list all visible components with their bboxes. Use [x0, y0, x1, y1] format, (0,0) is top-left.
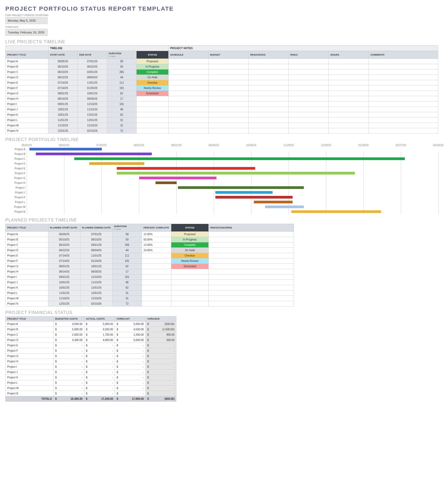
cell-risks[interactable]: [208, 237, 294, 242]
cell-comments[interactable]: [369, 102, 438, 107]
cell-risks[interactable]: [208, 264, 294, 269]
cell-budget[interactable]: [208, 102, 249, 107]
cell-comments[interactable]: [369, 64, 438, 69]
cell-comments[interactable]: [369, 107, 438, 112]
cell-risks[interactable]: [289, 107, 329, 112]
cell-issues[interactable]: [329, 91, 369, 96]
cell-budget[interactable]: [208, 69, 249, 75]
cell-schedule[interactable]: [168, 102, 208, 107]
cell-schedule[interactable]: [168, 107, 208, 112]
cell-risks[interactable]: [289, 86, 329, 91]
cell-schedule[interactable]: [168, 96, 208, 102]
cell-budget[interactable]: [208, 112, 249, 118]
cell-resources[interactable]: [249, 86, 289, 91]
cell-risks[interactable]: [289, 123, 329, 128]
cell-budget[interactable]: [208, 107, 249, 112]
cell-resources[interactable]: [249, 80, 289, 86]
cell-risks[interactable]: [289, 96, 329, 102]
cell-comments[interactable]: [369, 75, 438, 80]
cell-schedule[interactable]: [168, 59, 208, 64]
cell-schedule[interactable]: [168, 123, 208, 128]
cell-resources[interactable]: [249, 123, 289, 128]
cell-resources[interactable]: [249, 75, 289, 80]
cell-schedule[interactable]: [168, 86, 208, 91]
cell-budget[interactable]: [208, 128, 249, 134]
cell-comments[interactable]: [369, 128, 438, 134]
cell-budget[interactable]: [208, 80, 249, 86]
cell-budget[interactable]: [208, 59, 249, 64]
cell-schedule[interactable]: [168, 80, 208, 86]
cell-resources[interactable]: [249, 91, 289, 96]
cell-resources[interactable]: [249, 96, 289, 102]
cell-risks[interactable]: [289, 59, 329, 64]
cell-comments[interactable]: [369, 80, 438, 86]
cell-risks[interactable]: [208, 232, 294, 237]
cell-risks[interactable]: [289, 64, 329, 69]
cell-risks[interactable]: [208, 258, 294, 264]
cell-issues[interactable]: [329, 112, 369, 118]
cell-risks[interactable]: [289, 118, 329, 123]
cell-risks[interactable]: [208, 290, 294, 296]
cell-risks[interactable]: [208, 280, 294, 285]
cell-issues[interactable]: [329, 86, 369, 91]
cell-risks[interactable]: [208, 242, 294, 248]
cell-issues[interactable]: [329, 96, 369, 102]
cell-issues[interactable]: [329, 64, 369, 69]
cell-schedule[interactable]: [168, 91, 208, 96]
cell-budget[interactable]: [208, 123, 249, 128]
cell-schedule[interactable]: [168, 69, 208, 75]
cell-comments[interactable]: [369, 96, 438, 102]
cell-issues[interactable]: [329, 102, 369, 107]
cell-risks[interactable]: [289, 69, 329, 75]
cell-issues[interactable]: [329, 123, 369, 128]
cell-resources[interactable]: [249, 64, 289, 69]
cell-risks[interactable]: [208, 296, 294, 301]
cell-risks[interactable]: [289, 80, 329, 86]
cell-risks[interactable]: [289, 91, 329, 96]
cell-risks[interactable]: [208, 253, 294, 258]
cell-risks[interactable]: [289, 128, 329, 134]
cell-budget[interactable]: [208, 91, 249, 96]
cell-schedule[interactable]: [168, 112, 208, 118]
cell-comments[interactable]: [369, 118, 438, 123]
gantt-date-tick: 11/29/25: [289, 144, 326, 147]
cell-budget[interactable]: [208, 86, 249, 91]
cell-schedule[interactable]: [168, 128, 208, 134]
cell-issues[interactable]: [329, 118, 369, 123]
cell-resources[interactable]: [249, 112, 289, 118]
cell-risks[interactable]: [208, 248, 294, 253]
cell-risks[interactable]: [289, 75, 329, 80]
cell-risks[interactable]: [289, 102, 329, 107]
cell-risks[interactable]: [289, 112, 329, 118]
cell-risks[interactable]: [208, 269, 294, 274]
cell-comments[interactable]: [369, 59, 438, 64]
cell-schedule[interactable]: [168, 118, 208, 123]
cell-issues[interactable]: [329, 80, 369, 86]
cell-schedule[interactable]: [168, 75, 208, 80]
cell-issues[interactable]: [329, 107, 369, 112]
cell-risks[interactable]: [208, 285, 294, 290]
cell-resources[interactable]: [249, 118, 289, 123]
cell-issues[interactable]: [329, 128, 369, 134]
group-timeline: TIMELINE: [48, 46, 168, 51]
cell-budget[interactable]: [208, 96, 249, 102]
cell-resources[interactable]: [249, 59, 289, 64]
cell-risks[interactable]: [208, 301, 294, 307]
cell-resources[interactable]: [249, 102, 289, 107]
cell-issues[interactable]: [329, 75, 369, 80]
cell-comments[interactable]: [369, 112, 438, 118]
cell-resources[interactable]: [249, 69, 289, 75]
cell-resources[interactable]: [249, 128, 289, 134]
cell-risks[interactable]: [208, 274, 294, 280]
cell-schedule[interactable]: [168, 64, 208, 69]
cell-issues[interactable]: [329, 59, 369, 64]
cell-budget[interactable]: [208, 64, 249, 69]
cell-comments[interactable]: [369, 123, 438, 128]
cell-budget[interactable]: [208, 118, 249, 123]
cell-comments[interactable]: [369, 86, 438, 91]
cell-issues[interactable]: [329, 69, 369, 75]
cell-comments[interactable]: [369, 91, 438, 96]
cell-comments[interactable]: [369, 69, 438, 75]
cell-budget[interactable]: [208, 75, 249, 80]
cell-resources[interactable]: [249, 107, 289, 112]
